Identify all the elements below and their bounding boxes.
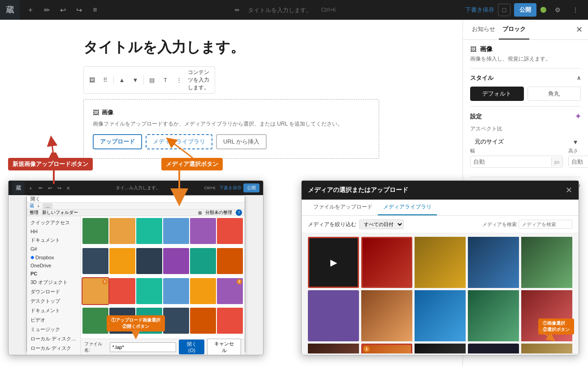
style-chevron[interactable]: ∧ bbox=[577, 75, 581, 81]
fd-thumb-18[interactable]: 2 bbox=[217, 278, 243, 304]
ml-thumb-12[interactable] bbox=[415, 344, 466, 353]
ml-thumb-13[interactable] bbox=[468, 344, 519, 353]
fd-dropbox[interactable]: ◆Dropbox bbox=[27, 253, 80, 261]
fd-thumb-14[interactable] bbox=[109, 278, 135, 304]
fd-docs2[interactable]: ドキュメント bbox=[27, 306, 80, 315]
fd-video[interactable]: ビデオ bbox=[27, 315, 80, 325]
redo-btn[interactable]: ↪ bbox=[72, 3, 86, 17]
post-title-input[interactable] bbox=[242, 7, 318, 13]
fd-organize[interactable]: 整理 bbox=[30, 209, 39, 216]
draft-save-btn[interactable]: 下書き保存 bbox=[465, 6, 494, 14]
details-btn[interactable]: ≡ bbox=[88, 3, 102, 17]
ml-thumb-5[interactable] bbox=[308, 290, 359, 341]
fd-g[interactable]: G# bbox=[27, 245, 80, 253]
ml-thumb-6[interactable] bbox=[361, 290, 412, 341]
fd-view-toggle[interactable]: ⊞ bbox=[198, 210, 202, 215]
fd-thumb-1[interactable] bbox=[82, 218, 108, 244]
fd-thumb-4[interactable] bbox=[163, 218, 189, 244]
fd-thumb-11[interactable] bbox=[190, 248, 216, 274]
fd-filename-input[interactable] bbox=[110, 342, 176, 352]
ml-filter-select[interactable]: すべての日付 bbox=[359, 219, 404, 229]
fd-local-c[interactable]: ローカル ディスク (C:) bbox=[27, 334, 80, 344]
style-rounded-btn[interactable]: 角丸 bbox=[527, 87, 581, 101]
move-up-btn[interactable]: ▲ bbox=[116, 74, 128, 87]
fd-thumb-17[interactable] bbox=[190, 278, 216, 304]
ml-thumb-14[interactable] bbox=[521, 344, 572, 353]
aspect-select[interactable]: 元のサイズ bbox=[470, 135, 581, 148]
width-input[interactable] bbox=[471, 156, 551, 167]
align-btn[interactable]: ▤ bbox=[146, 74, 158, 87]
edit-btn[interactable]: ✏ bbox=[39, 3, 54, 17]
ml-thumb-8[interactable] bbox=[468, 290, 519, 341]
ml-thumb-11-selected[interactable]: 1 bbox=[361, 344, 412, 353]
move-down-btn[interactable]: ▼ bbox=[129, 74, 142, 87]
text-btn[interactable]: T bbox=[159, 74, 172, 87]
ml-tab-library[interactable]: メディアライブラリ bbox=[378, 200, 437, 215]
fd-thumb-10[interactable] bbox=[163, 248, 189, 274]
style-section: スタイル ∧ デフォルト 角丸 bbox=[463, 69, 588, 106]
ml-search-input[interactable] bbox=[519, 220, 572, 229]
ml-close-btn[interactable]: ✕ bbox=[566, 185, 572, 195]
ml-search-area: メディアを検索 bbox=[482, 220, 572, 229]
height-input[interactable] bbox=[569, 156, 588, 167]
fd-pc[interactable]: PC bbox=[27, 270, 80, 278]
fd-thumb-22[interactable] bbox=[163, 308, 189, 334]
add-block-btn[interactable]: ＋ bbox=[23, 3, 38, 17]
fd-cancel-btn[interactable]: キャンセル bbox=[207, 339, 241, 356]
fd-thumb-19[interactable] bbox=[82, 308, 108, 334]
toolbar-divider bbox=[113, 76, 114, 85]
ml-thumb-10[interactable] bbox=[308, 344, 359, 353]
image-block-title: 画像 bbox=[102, 109, 113, 117]
ml-tab-upload[interactable]: ファイルをアップロード bbox=[308, 200, 378, 215]
fd-thumb-6[interactable] bbox=[217, 218, 243, 244]
fd-new-folder[interactable]: 新しいフォルダー bbox=[42, 209, 78, 216]
fd-thumb-15[interactable] bbox=[136, 278, 162, 304]
settings-plus-icon[interactable]: ✦ bbox=[575, 112, 581, 121]
fd-desktop[interactable]: デスクトップ bbox=[27, 296, 80, 306]
fd-thumb-24[interactable] bbox=[217, 308, 243, 334]
ml-thumb-video[interactable]: ▶ bbox=[308, 237, 359, 288]
fd-thumb-16[interactable] bbox=[163, 278, 189, 304]
undo-btn[interactable]: ↩ bbox=[56, 3, 70, 17]
fd-3d[interactable]: 3D オブジェクト bbox=[27, 278, 80, 287]
panel-close-btn[interactable]: ✕ bbox=[576, 25, 583, 35]
fd-thumb-3[interactable] bbox=[136, 218, 162, 244]
upload-btn[interactable]: アップロード bbox=[93, 134, 142, 149]
fd-thumb-7[interactable] bbox=[82, 248, 108, 274]
media-library-btn[interactable]: メディアライブラリ bbox=[146, 134, 212, 149]
ml-thumb-3[interactable] bbox=[468, 237, 519, 288]
fd-docs[interactable]: ドキュメント bbox=[27, 235, 80, 245]
fd-thumb-12[interactable] bbox=[217, 248, 243, 274]
post-title[interactable]: タイトルを入力します。 bbox=[83, 38, 379, 57]
fd-thumb-2[interactable] bbox=[109, 218, 135, 244]
ml-thumb-7[interactable] bbox=[415, 290, 466, 341]
fd-breadcrumb-item[interactable]: 蔵 bbox=[30, 203, 34, 209]
fd-music[interactable]: ミュージック bbox=[27, 325, 80, 334]
style-default-btn[interactable]: デフォルト bbox=[470, 87, 524, 101]
url-insert-btn[interactable]: URL から挿入 bbox=[216, 134, 267, 149]
publish-btn[interactable]: 公開 bbox=[514, 3, 536, 17]
ml-thumb-4[interactable] bbox=[521, 237, 572, 288]
more-btn[interactable]: ⋮ bbox=[568, 3, 583, 17]
fd-thumb-8[interactable] bbox=[109, 248, 135, 274]
fd-thumb-9[interactable] bbox=[136, 248, 162, 274]
fd-local-d[interactable]: ローカル ディスク bbox=[27, 344, 80, 353]
fd-quickaccess[interactable]: クイックアクセス bbox=[27, 218, 80, 227]
ml-tabs: ファイルをアップロード メディアライブラリ bbox=[302, 200, 579, 216]
preview-btn[interactable]: □ bbox=[498, 4, 510, 16]
tab-block[interactable]: ブロック bbox=[499, 20, 529, 39]
grid-btn[interactable]: ⠿ bbox=[99, 74, 112, 87]
more-block-btn[interactable]: ⋮ bbox=[173, 74, 185, 87]
settings-btn[interactable]: ⚙ bbox=[550, 3, 565, 17]
fd-download[interactable]: ダウンロード bbox=[27, 287, 80, 296]
fd-thumb-5[interactable] bbox=[190, 218, 216, 244]
fd-onedrive[interactable]: OneDrive bbox=[27, 261, 80, 270]
fd-thumb-13-selected[interactable]: 1 bbox=[82, 278, 108, 304]
fd-thumb-23[interactable] bbox=[190, 308, 216, 334]
tab-notice[interactable]: お知らせ bbox=[468, 20, 499, 39]
ml-thumb-2[interactable] bbox=[415, 237, 466, 288]
fd-hh[interactable]: HH bbox=[27, 227, 80, 235]
fd-open-btn[interactable]: 開く(O) bbox=[179, 340, 204, 354]
ml-thumb-1-selected[interactable] bbox=[361, 237, 412, 288]
image-block-btn[interactable]: 🖼 bbox=[86, 74, 98, 87]
